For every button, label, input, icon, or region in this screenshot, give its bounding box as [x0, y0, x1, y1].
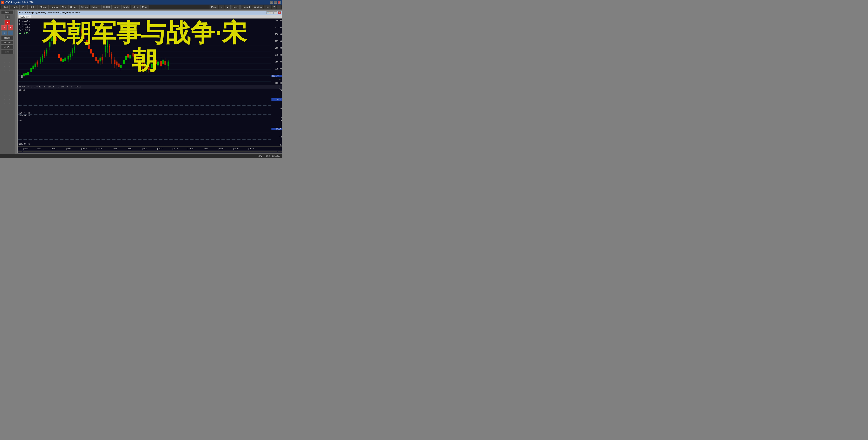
candlestick-chart [18, 19, 271, 85]
databar-date: 03 Aug 20 [19, 86, 29, 88]
chart-minimize-button[interactable]: − [270, 11, 274, 14]
menu-status[interactable]: Status [28, 5, 38, 9]
svg-rect-34 [46, 50, 47, 53]
menu-trade[interactable]: Trade [121, 5, 130, 9]
svg-rect-136 [165, 61, 166, 65]
ohlc-low: L= 115.65 [19, 26, 30, 29]
chart-tabs: KCE_M × [18, 15, 282, 19]
menu-bar: Chart Quote T&S Status MScan SupSrv Aler… [0, 4, 282, 9]
svg-rect-28 [40, 59, 41, 62]
svg-rect-126 [153, 62, 155, 65]
sidebar-icon-row: ✕ ✕ [1, 25, 13, 30]
menu-prev[interactable]: ◄ [219, 5, 224, 9]
svg-rect-120 [146, 65, 147, 68]
ohlc-open: O= 115.65 [19, 20, 30, 23]
svg-rect-118 [144, 64, 145, 67]
svg-rect-104 [127, 54, 129, 57]
menubar-right: Page ◄ ► Save Support Window Exit ? ! [210, 5, 281, 9]
svg-rect-12 [21, 75, 23, 77]
scroll-track[interactable] [23, 151, 277, 152]
candle-group-2010 [68, 45, 75, 62]
candle-group-2014 [105, 38, 112, 64]
sidebar-dots: · · ·· · ·· · ·· · ·· · ·· · ·· · ·· · ·… [4, 56, 10, 106]
nav-icon-2[interactable]: ► [8, 31, 13, 35]
main-layout: Setup 🖨 ● ✕ ✕ ◄ ► ReScd Studies <IntD> <… [0, 9, 282, 154]
svg-rect-100 [123, 60, 125, 64]
time-2011: |2011 [112, 148, 117, 150]
time-2013: |2013 [142, 148, 147, 150]
svg-rect-50 [65, 58, 66, 61]
menu-alert2[interactable]: ! [277, 5, 281, 9]
sstoch-subchart: SStoch [18, 89, 282, 119]
close-button[interactable]: × [278, 1, 281, 4]
scroll-bar[interactable] [18, 150, 282, 153]
candle-group-2018 [142, 60, 149, 73]
chart-container: · · · · · · · · · · · · · · · · · · · · … [15, 9, 282, 154]
titlebar-left: C CQG Integrated Client 2020 [1, 1, 33, 4]
svg-rect-38 [51, 36, 52, 41]
svg-rect-96 [118, 64, 119, 67]
menu-quote[interactable]: Quote [10, 5, 20, 9]
svg-rect-134 [162, 60, 164, 63]
sstoch-label: SStoch [19, 89, 25, 91]
candle-group-2011 [77, 24, 84, 42]
chart-search-icon[interactable]: 🔍 [267, 11, 270, 14]
menu-alert[interactable]: Alert [60, 5, 68, 9]
menu-news[interactable]: News [112, 5, 121, 9]
list-button[interactable]: <list> [1, 50, 13, 54]
time-2005: |2005 [23, 148, 28, 150]
minimize-button[interactable]: − [270, 1, 273, 4]
svg-rect-110 [135, 56, 136, 59]
svg-rect-72 [90, 49, 92, 54]
menu-support[interactable]: Support [240, 5, 252, 9]
chart-tab-kce[interactable]: KCE_M × [19, 15, 31, 18]
window-controls[interactable]: − □ × [270, 1, 281, 4]
sidebar: Setup 🖨 ● ✕ ✕ ◄ ► ReScd Studies <IntD> <… [0, 9, 15, 154]
menu-exit[interactable]: Exit [264, 5, 271, 9]
menu-more[interactable]: More [141, 5, 149, 9]
cross-icon-1[interactable]: ✕ [1, 25, 7, 30]
rsi-label: RSI [19, 120, 22, 122]
menu-rfqs[interactable]: RFQs [131, 5, 140, 9]
menu-window[interactable]: Window [252, 5, 264, 9]
menu-supsrv[interactable]: SupSrv [49, 5, 60, 9]
intd-button[interactable]: <IntD> [1, 45, 13, 49]
print-icon[interactable]: 🖨 [4, 15, 10, 20]
chart-tab-close[interactable]: × [28, 16, 29, 18]
scroll-left-btn[interactable] [18, 151, 22, 152]
scroll-thumb[interactable] [23, 151, 277, 152]
record-icon[interactable]: ● [4, 20, 10, 25]
menu-save[interactable]: Save [231, 5, 240, 9]
time-2015: |2015 [172, 148, 178, 150]
cross-icon-2[interactable]: ✕ [8, 25, 13, 30]
menu-snapq[interactable]: SnapQ [68, 5, 79, 9]
menu-next[interactable]: ► [225, 5, 230, 9]
time-2020: |2020 [248, 148, 254, 150]
menu-options[interactable]: Options [90, 5, 101, 9]
svg-rect-130 [157, 62, 159, 65]
menu-ordtkt[interactable]: OrdTkt [101, 5, 112, 9]
maximize-button[interactable]: □ [274, 1, 277, 4]
nav-icon-1[interactable]: ◄ [1, 31, 7, 35]
menu-mscan[interactable]: MScan [38, 5, 49, 9]
svg-rect-60 [77, 28, 78, 33]
chart-maximize-button[interactable]: □ [274, 11, 277, 14]
svg-rect-88 [109, 46, 110, 52]
menu-help[interactable]: ? [272, 5, 276, 9]
menu-allcon[interactable]: AllCon [80, 5, 89, 9]
main-chart-svg-container: O= 115.65 H= 119.75 L= 115.65 C= 119.30 … [18, 19, 271, 85]
setup-button[interactable]: Setup [1, 10, 13, 14]
studies-button[interactable]: Studies [1, 40, 13, 44]
svg-rect-86 [107, 41, 108, 47]
reschedule-button[interactable]: ReScd [1, 36, 13, 40]
menu-page[interactable]: Page [210, 5, 218, 9]
candle-group-2015 [114, 57, 122, 71]
svg-rect-124 [151, 64, 152, 68]
menu-chart[interactable]: Chart [1, 5, 10, 9]
svg-rect-48 [62, 59, 64, 62]
menu-ts[interactable]: T&S [20, 5, 28, 9]
svg-rect-20 [31, 68, 32, 71]
svg-rect-56 [72, 50, 73, 53]
svg-rect-90 [111, 55, 112, 58]
candle-group-2012 [86, 37, 94, 60]
